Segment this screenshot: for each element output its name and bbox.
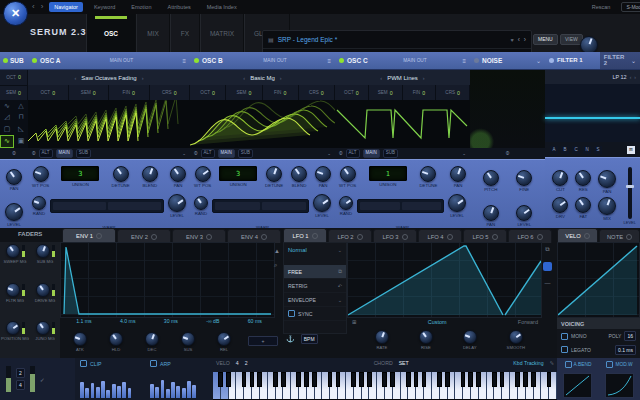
tab-osc[interactable]: OSC (86, 14, 136, 52)
osc-b-oct-field[interactable]: OCT0 (190, 85, 226, 100)
fader-sweep-slider[interactable] (22, 245, 25, 257)
sub-wave-active[interactable]: ∿ (0, 135, 14, 149)
filter1-power-icon[interactable] (549, 58, 554, 63)
noise-phase-icon[interactable]: Φ (506, 151, 510, 156)
noise-power-icon[interactable] (474, 58, 479, 63)
osc-b-pan-knob[interactable] (315, 166, 331, 182)
piano-black-key[interactable] (468, 372, 473, 387)
osc-b-fin-field[interactable]: FIN0 (263, 85, 299, 100)
noise-level-knob[interactable] (516, 205, 532, 221)
tab-lfo4[interactable]: LFO 4 (418, 229, 462, 243)
clip-step-bars[interactable] (80, 372, 144, 398)
osc-b-menu-icon[interactable]: ≡ (327, 58, 331, 64)
step-bar[interactable] (96, 387, 100, 398)
kbd-edit-icon[interactable]: ✎ (550, 360, 554, 366)
chrome-tab-media-index[interactable]: Media Index (202, 2, 242, 12)
step-bar[interactable] (166, 389, 170, 398)
lfo-option-retrig[interactable]: RETRIG↶ (284, 279, 346, 293)
filter-type[interactable]: LP 12 (612, 74, 626, 80)
sub-wave-pulse[interactable]: ⊓ (14, 112, 28, 124)
fader-juno-knob[interactable] (36, 321, 50, 335)
preset-next-icon[interactable]: › (524, 36, 526, 43)
piano-black-key[interactable] (406, 372, 411, 387)
filter-cut-knob[interactable] (552, 170, 568, 186)
osc-c-sem-field[interactable]: SEM0 (369, 85, 403, 100)
s-mod-button[interactable]: S-Mod (621, 2, 640, 12)
filter-route-a[interactable]: A (550, 146, 558, 154)
piano-black-key[interactable] (226, 372, 231, 387)
tab-matrix[interactable]: MATRIX (200, 14, 244, 52)
osc-b-detune-knob[interactable] (266, 166, 282, 182)
step-bar[interactable] (128, 388, 132, 398)
osc-a-fin-field[interactable]: FIN0 (109, 85, 150, 100)
step-bar[interactable] (176, 386, 180, 398)
osc-b-crs-field[interactable]: CRS0 (299, 85, 335, 100)
tab-env3[interactable]: ENV 3 (172, 229, 226, 243)
piano-black-key[interactable] (296, 372, 301, 387)
preset-name[interactable]: SRP - Legend Epic * (278, 36, 338, 43)
sub-wave-rsaw[interactable]: ◺ (14, 123, 28, 135)
piano-black-key[interactable] (437, 372, 442, 387)
noise-display[interactable] (470, 70, 545, 148)
env-add-button[interactable]: + (248, 336, 278, 346)
osc-a-route[interactable]: MAIN OUT (110, 58, 133, 63)
lfo-grid-toggle[interactable] (543, 262, 552, 271)
osc-c-power-icon[interactable] (339, 58, 344, 63)
osc-c-alt-toggle[interactable]: ALT (346, 149, 360, 158)
piano-black-key[interactable] (476, 372, 481, 387)
fader-position-slider[interactable] (22, 322, 25, 334)
env-atk-knob[interactable] (73, 332, 87, 346)
sub-phase-icon[interactable]: Φ (12, 151, 16, 156)
osc-a-level-knob[interactable] (168, 194, 186, 212)
modw-curve-pad[interactable] (605, 373, 634, 398)
piano-black-key[interactable] (422, 372, 427, 387)
osc-b-level-knob[interactable] (313, 194, 331, 212)
sub-level-knob[interactable] (5, 203, 23, 221)
step-bar[interactable] (112, 384, 116, 398)
step-bar[interactable] (161, 380, 165, 398)
piano-black-key[interactable] (281, 372, 286, 387)
bend-up-slider[interactable] (6, 366, 11, 392)
osc-b-power-icon[interactable] (194, 58, 199, 63)
step-bar[interactable] (85, 388, 89, 398)
set-button[interactable]: SET (399, 360, 409, 366)
osc-c-route[interactable]: MAIN OUT (403, 58, 426, 63)
velocity-display[interactable] (557, 242, 640, 318)
osc-b-rand-knob[interactable] (194, 196, 208, 210)
osc-a-sem-field[interactable]: SEM0 (69, 85, 110, 100)
fader-position-knob[interactable] (6, 321, 20, 335)
piano-black-key[interactable] (382, 372, 387, 387)
filter-type-next-icon[interactable]: › (634, 74, 636, 80)
lfo-anchor-icon[interactable]: ⚓ (286, 335, 295, 343)
osc-a-table-next-icon[interactable]: › (142, 75, 144, 81)
fader-sub-knob[interactable] (36, 244, 50, 258)
osc-c-wave-display[interactable] (335, 100, 470, 148)
env-decay-value[interactable]: 30 ms (164, 318, 178, 324)
kbd-tracking-label[interactable]: Kbd Tracking (513, 360, 543, 366)
piano-black-key[interactable] (531, 372, 536, 387)
osc-c-sub-toggle[interactable]: SUB (383, 149, 398, 158)
filter-route-b[interactable]: B (561, 146, 569, 154)
osc-b-main-toggle[interactable]: MAIN (218, 149, 235, 158)
piano-black-key[interactable] (445, 372, 450, 387)
osc-a-table-name[interactable]: Saw Octaves Fading (81, 75, 136, 81)
legato-checkbox[interactable] (561, 346, 568, 353)
lfo-sync-toggle[interactable]: SYNC (284, 307, 346, 321)
osc-a-phase-icon[interactable]: Φ (32, 151, 36, 156)
chrome-tab-attributes[interactable]: Attributes (162, 2, 195, 12)
osc-a-main-toggle[interactable]: MAIN (56, 149, 73, 158)
osc-a-table-prev-icon[interactable]: ‹ (74, 75, 76, 81)
filter2-menu-icon[interactable]: ⌄ (631, 57, 636, 64)
osc-c-level-knob[interactable] (448, 194, 466, 212)
osc-a-crs-field[interactable]: CRS0 (150, 85, 191, 100)
abend-checkbox[interactable] (565, 361, 572, 368)
abend-curve-pad[interactable] (563, 373, 592, 398)
step-bar[interactable] (155, 387, 159, 398)
osc-a-rand-knob[interactable] (32, 196, 46, 210)
osc-a-wavetable-display[interactable] (28, 100, 190, 148)
piano-black-key[interactable] (336, 372, 341, 387)
filter-mix-knob[interactable] (598, 197, 616, 215)
piano-black-key[interactable] (390, 372, 395, 387)
osc-c-wtpos-knob[interactable] (340, 166, 356, 182)
osc-c-pan-knob[interactable] (450, 166, 466, 182)
